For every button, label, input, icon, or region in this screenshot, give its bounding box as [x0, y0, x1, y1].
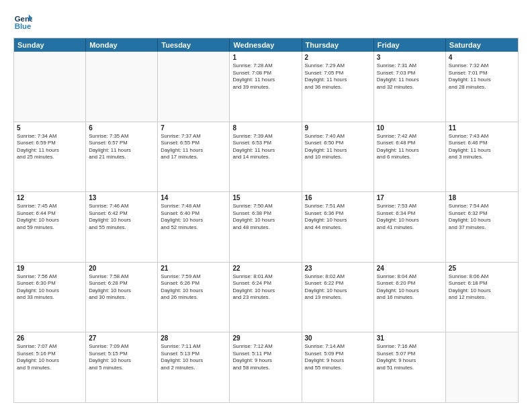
day-info: Sunrise: 7:40 AM Sunset: 6:50 PM Dayligh…	[305, 133, 371, 161]
day-number: 3	[377, 54, 443, 61]
day-number: 12	[17, 194, 83, 201]
day-info: Sunrise: 7:37 AM Sunset: 6:55 PM Dayligh…	[161, 133, 226, 161]
day-number: 4	[449, 54, 515, 61]
day-number: 10	[377, 124, 443, 132]
calendar-cell: 8Sunrise: 7:39 AM Sunset: 6:53 PM Daylig…	[230, 122, 302, 192]
weekday-header-friday: Friday	[374, 38, 446, 52]
day-number: 17	[377, 194, 443, 201]
weekday-header-monday: Monday	[86, 38, 158, 52]
calendar-cell: 5Sunrise: 7:34 AM Sunset: 6:59 PM Daylig…	[14, 122, 86, 192]
day-info: Sunrise: 7:31 AM Sunset: 7:03 PM Dayligh…	[377, 62, 443, 91]
weekday-header-thursday: Thursday	[302, 38, 374, 52]
calendar-cell: 31Sunrise: 7:16 AM Sunset: 5:07 PM Dayli…	[374, 332, 446, 402]
day-number: 1	[232, 54, 298, 61]
logo: General Blue	[13, 12, 32, 31]
day-info: Sunrise: 7:39 AM Sunset: 6:53 PM Dayligh…	[232, 133, 298, 161]
day-info: Sunrise: 7:12 AM Sunset: 5:11 PM Dayligh…	[232, 343, 298, 371]
calendar: SundayMondayTuesdayWednesdayThursdayFrid…	[13, 38, 519, 403]
day-number: 5	[17, 124, 83, 132]
calendar-cell: 18Sunrise: 7:54 AM Sunset: 6:32 PM Dayli…	[446, 192, 518, 262]
day-number: 21	[161, 265, 226, 272]
day-info: Sunrise: 7:48 AM Sunset: 6:40 PM Dayligh…	[161, 203, 226, 231]
day-info: Sunrise: 7:46 AM Sunset: 6:42 PM Dayligh…	[89, 203, 154, 231]
weekday-header-tuesday: Tuesday	[158, 38, 230, 52]
day-info: Sunrise: 7:29 AM Sunset: 7:05 PM Dayligh…	[305, 62, 371, 91]
day-number: 25	[449, 265, 515, 272]
calendar-cell: 13Sunrise: 7:46 AM Sunset: 6:42 PM Dayli…	[86, 192, 158, 262]
day-number: 6	[89, 124, 154, 132]
day-number: 27	[89, 334, 154, 342]
day-number: 29	[232, 334, 298, 342]
calendar-cell	[86, 52, 158, 122]
day-number: 2	[305, 54, 371, 61]
weekday-header-sunday: Sunday	[14, 38, 86, 52]
day-number: 20	[89, 265, 154, 272]
calendar-cell: 29Sunrise: 7:12 AM Sunset: 5:11 PM Dayli…	[230, 332, 302, 402]
logo-icon: General Blue	[13, 12, 32, 31]
calendar-cell: 19Sunrise: 7:56 AM Sunset: 6:30 PM Dayli…	[14, 263, 86, 332]
calendar-cell	[158, 52, 230, 122]
calendar-cell: 7Sunrise: 7:37 AM Sunset: 6:55 PM Daylig…	[158, 122, 230, 192]
day-number: 31	[377, 334, 443, 342]
day-number: 23	[305, 265, 371, 272]
day-info: Sunrise: 8:02 AM Sunset: 6:22 PM Dayligh…	[305, 273, 371, 302]
calendar-cell: 20Sunrise: 7:58 AM Sunset: 6:28 PM Dayli…	[86, 263, 158, 332]
day-number: 13	[89, 194, 154, 201]
day-info: Sunrise: 7:43 AM Sunset: 6:46 PM Dayligh…	[449, 133, 515, 161]
calendar-cell: 14Sunrise: 7:48 AM Sunset: 6:40 PM Dayli…	[158, 192, 230, 262]
calendar-cell: 23Sunrise: 8:02 AM Sunset: 6:22 PM Dayli…	[302, 263, 374, 332]
day-number: 28	[161, 334, 226, 342]
weekday-header-saturday: Saturday	[446, 38, 518, 52]
calendar-cell: 3Sunrise: 7:31 AM Sunset: 7:03 PM Daylig…	[374, 52, 446, 122]
calendar-cell: 22Sunrise: 8:01 AM Sunset: 6:24 PM Dayli…	[230, 263, 302, 332]
day-info: Sunrise: 7:14 AM Sunset: 5:09 PM Dayligh…	[305, 343, 371, 371]
day-number: 9	[305, 124, 371, 132]
calendar-cell: 27Sunrise: 7:09 AM Sunset: 5:15 PM Dayli…	[86, 332, 158, 402]
day-number: 15	[232, 194, 298, 201]
calendar-cell: 1Sunrise: 7:28 AM Sunset: 7:08 PM Daylig…	[230, 52, 302, 122]
calendar-cell: 12Sunrise: 7:45 AM Sunset: 6:44 PM Dayli…	[14, 192, 86, 262]
day-info: Sunrise: 7:28 AM Sunset: 7:08 PM Dayligh…	[232, 62, 298, 91]
day-info: Sunrise: 7:56 AM Sunset: 6:30 PM Dayligh…	[17, 273, 83, 302]
day-info: Sunrise: 7:07 AM Sunset: 5:16 PM Dayligh…	[17, 343, 83, 371]
day-info: Sunrise: 8:01 AM Sunset: 6:24 PM Dayligh…	[232, 273, 298, 302]
calendar-cell: 21Sunrise: 7:59 AM Sunset: 6:26 PM Dayli…	[158, 263, 230, 332]
day-number: 14	[161, 194, 226, 201]
calendar-cell: 30Sunrise: 7:14 AM Sunset: 5:09 PM Dayli…	[302, 332, 374, 402]
svg-text:Blue: Blue	[15, 22, 32, 30]
day-info: Sunrise: 7:35 AM Sunset: 6:57 PM Dayligh…	[89, 133, 154, 161]
page: General Blue SundayMondayTuesdayWednesda…	[0, 0, 532, 411]
day-info: Sunrise: 7:34 AM Sunset: 6:59 PM Dayligh…	[17, 133, 83, 161]
weekday-header-wednesday: Wednesday	[230, 38, 302, 52]
day-number: 11	[449, 124, 515, 132]
calendar-cell: 15Sunrise: 7:50 AM Sunset: 6:38 PM Dayli…	[230, 192, 302, 262]
calendar-cell: 4Sunrise: 7:32 AM Sunset: 7:01 PM Daylig…	[446, 52, 518, 122]
calendar-cell: 26Sunrise: 7:07 AM Sunset: 5:16 PM Dayli…	[14, 332, 86, 402]
calendar-cell: 2Sunrise: 7:29 AM Sunset: 7:05 PM Daylig…	[302, 52, 374, 122]
calendar-row-2: 5Sunrise: 7:34 AM Sunset: 6:59 PM Daylig…	[14, 122, 518, 192]
calendar-cell: 10Sunrise: 7:42 AM Sunset: 6:48 PM Dayli…	[374, 122, 446, 192]
calendar-cell: 28Sunrise: 7:11 AM Sunset: 5:13 PM Dayli…	[158, 332, 230, 402]
day-info: Sunrise: 7:54 AM Sunset: 6:32 PM Dayligh…	[449, 203, 515, 231]
day-info: Sunrise: 8:06 AM Sunset: 6:18 PM Dayligh…	[449, 273, 515, 302]
calendar-cell	[14, 52, 86, 122]
calendar-cell: 17Sunrise: 7:53 AM Sunset: 6:34 PM Dayli…	[374, 192, 446, 262]
calendar-cell: 25Sunrise: 8:06 AM Sunset: 6:18 PM Dayli…	[446, 263, 518, 332]
day-info: Sunrise: 7:16 AM Sunset: 5:07 PM Dayligh…	[377, 343, 443, 371]
day-number: 30	[305, 334, 371, 342]
calendar-row-1: 1Sunrise: 7:28 AM Sunset: 7:08 PM Daylig…	[14, 52, 518, 122]
day-info: Sunrise: 7:32 AM Sunset: 7:01 PM Dayligh…	[449, 62, 515, 91]
calendar-cell: 11Sunrise: 7:43 AM Sunset: 6:46 PM Dayli…	[446, 122, 518, 192]
day-number: 7	[161, 124, 226, 132]
day-info: Sunrise: 7:59 AM Sunset: 6:26 PM Dayligh…	[161, 273, 226, 302]
calendar-cell	[446, 332, 518, 402]
header: General Blue	[13, 12, 519, 31]
day-number: 24	[377, 265, 443, 272]
day-info: Sunrise: 7:53 AM Sunset: 6:34 PM Dayligh…	[377, 203, 443, 231]
calendar-row-3: 12Sunrise: 7:45 AM Sunset: 6:44 PM Dayli…	[14, 191, 518, 262]
calendar-cell: 9Sunrise: 7:40 AM Sunset: 6:50 PM Daylig…	[302, 122, 374, 192]
day-info: Sunrise: 8:04 AM Sunset: 6:20 PM Dayligh…	[377, 273, 443, 302]
day-info: Sunrise: 7:50 AM Sunset: 6:38 PM Dayligh…	[232, 203, 298, 231]
calendar-row-5: 26Sunrise: 7:07 AM Sunset: 5:16 PM Dayli…	[14, 332, 518, 402]
calendar-cell: 6Sunrise: 7:35 AM Sunset: 6:57 PM Daylig…	[86, 122, 158, 192]
